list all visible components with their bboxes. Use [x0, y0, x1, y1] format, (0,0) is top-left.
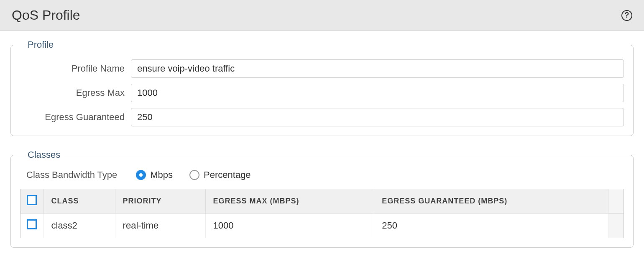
classes-legend: Classes [24, 149, 64, 160]
row-checkbox[interactable] [27, 219, 37, 229]
radio-mbps-label: Mbps [150, 170, 173, 180]
radio-percentage[interactable]: Percentage [189, 170, 251, 180]
classes-fieldset: Classes Class Bandwidth Type Mbps Percen… [10, 149, 634, 248]
profile-name-label: Profile Name [20, 63, 131, 74]
egress-max-label: Egress Max [20, 87, 131, 98]
cell-egress-guaranteed: 250 [374, 213, 608, 238]
egress-max-row: Egress Max [20, 84, 624, 102]
cell-priority: real-time [115, 213, 205, 238]
bandwidth-type-group: Class Bandwidth Type Mbps Percentage [20, 170, 624, 180]
question-mark-icon: ? [625, 11, 629, 20]
content-area: Profile Profile Name Egress Max Egress G… [0, 31, 644, 265]
radio-percentage-label: Percentage [204, 170, 251, 180]
page-title: QoS Profile [12, 8, 80, 23]
row-checkbox-cell [20, 213, 43, 238]
column-header-priority[interactable]: Priority [115, 189, 205, 213]
cell-class: class2 [43, 213, 115, 238]
select-all-header [20, 189, 43, 213]
table-header-row: Class Priority Egress Max (Mbps) Egress … [20, 189, 624, 213]
select-all-checkbox[interactable] [27, 195, 37, 205]
profile-fieldset: Profile Profile Name Egress Max Egress G… [10, 39, 634, 136]
help-icon[interactable]: ? [621, 10, 632, 21]
profile-name-row: Profile Name [20, 59, 624, 78]
bandwidth-type-label: Class Bandwidth Type [26, 170, 117, 180]
column-header-egress-guaranteed[interactable]: Egress Guaranteed (Mbps) [374, 189, 608, 213]
radio-mbps[interactable]: Mbps [136, 170, 173, 180]
egress-guaranteed-input[interactable] [131, 108, 624, 126]
radio-unselected-icon [189, 170, 199, 180]
egress-max-input[interactable] [131, 84, 624, 102]
egress-guaranteed-label: Egress Guaranteed [20, 112, 131, 123]
egress-guaranteed-row: Egress Guaranteed [20, 108, 624, 126]
table-row[interactable]: class2 real-time 1000 250 [20, 213, 624, 238]
column-header-class[interactable]: Class [43, 189, 115, 213]
classes-table-wrap: Class Priority Egress Max (Mbps) Egress … [20, 189, 624, 238]
column-header-egress-max[interactable]: Egress Max (Mbps) [205, 189, 374, 213]
page-header: QoS Profile ? [0, 0, 644, 31]
scrollbar-spacer [608, 189, 624, 213]
cell-egress-max: 1000 [205, 213, 374, 238]
classes-table: Class Priority Egress Max (Mbps) Egress … [20, 189, 624, 238]
profile-name-input[interactable] [131, 59, 624, 78]
scrollbar-spacer [608, 213, 624, 238]
profile-legend: Profile [24, 39, 57, 50]
radio-selected-icon [136, 170, 146, 180]
